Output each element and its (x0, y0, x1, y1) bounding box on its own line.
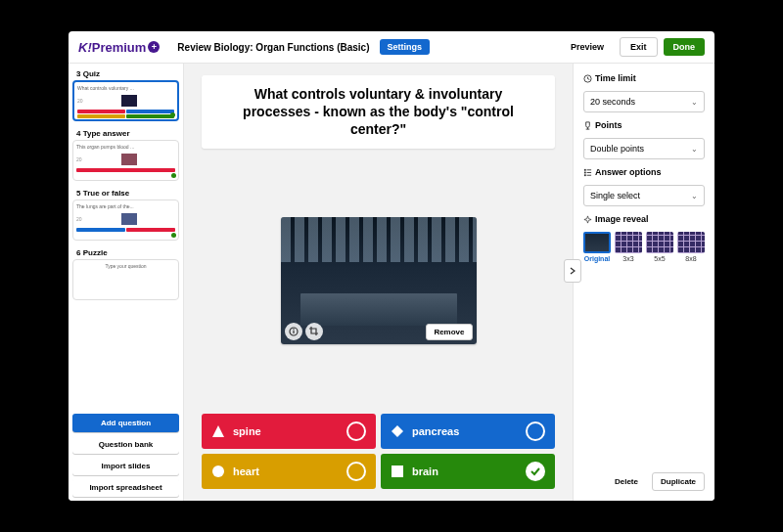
import-slides-button[interactable]: Import slides (72, 457, 179, 475)
svg-rect-9 (587, 169, 592, 170)
reveal-8x8[interactable]: 8x8 (677, 232, 705, 262)
chevron-down-icon: ⌄ (691, 145, 698, 154)
question-input[interactable]: What controls voluntary & involuntary pr… (202, 75, 555, 149)
header: K! Premium + Review Biology: Organ Funct… (69, 31, 714, 64)
logo-text: Premium (92, 40, 147, 55)
pane-footer: Delete Duplicate (583, 472, 705, 491)
sparkle-icon (583, 215, 592, 224)
answers-grid: spine pancreas heart brain (202, 414, 555, 489)
question-bank-button[interactable]: Question bank (72, 435, 179, 454)
svg-point-2 (293, 329, 294, 330)
chevron-down-icon: ⌄ (691, 192, 698, 200)
image-info-icon[interactable] (285, 323, 302, 340)
correct-toggle[interactable] (526, 462, 545, 481)
list-icon (583, 168, 592, 177)
svg-rect-11 (587, 172, 592, 173)
answer-text[interactable]: brain (412, 466, 438, 477)
answer-3[interactable]: heart (202, 454, 376, 489)
body: 3 Quiz What controls voluntary ... 20 4 … (69, 64, 714, 501)
delete-button[interactable]: Delete (607, 472, 646, 491)
status-dot-icon (171, 173, 176, 178)
points-label: Points (583, 120, 705, 130)
image-crop-icon[interactable] (305, 323, 323, 340)
logo: K! Premium + (78, 40, 160, 55)
answer-options-select[interactable]: Single select ⌄ (583, 185, 705, 206)
preview-button[interactable]: Preview (561, 38, 614, 56)
square-icon (391, 465, 404, 478)
diamond-icon (391, 424, 404, 438)
reveal-5x5[interactable]: 5x5 (646, 232, 673, 262)
svg-rect-13 (587, 174, 592, 175)
sidebar-actions: Add question Question bank Import slides… (69, 410, 183, 501)
app-window: K! Premium + Review Biology: Organ Funct… (69, 31, 714, 501)
slide-thumb[interactable]: The lungs are part of the... 20 (72, 200, 179, 241)
duplicate-button[interactable]: Duplicate (652, 472, 705, 491)
image-reveal-options: Original 3x3 5x5 8x8 (583, 232, 705, 262)
svg-rect-10 (584, 171, 586, 173)
question-image[interactable]: Remove (281, 217, 477, 344)
correct-toggle[interactable] (526, 421, 545, 441)
answer-1[interactable]: spine (202, 414, 376, 449)
quiz-title[interactable]: Review Biology: Organ Functions (Basic) (177, 42, 369, 53)
import-spreadsheet-button[interactable]: Import spreadsheet (72, 478, 179, 497)
settings-button[interactable]: Settings (380, 39, 431, 55)
time-limit-label: Time limit (583, 73, 705, 83)
svg-rect-6 (392, 466, 403, 477)
svg-rect-12 (584, 174, 586, 176)
collapse-pane-button[interactable] (564, 259, 581, 283)
svg-rect-8 (584, 168, 586, 170)
add-question-button[interactable]: Add question (72, 414, 179, 432)
status-dot-icon (171, 233, 176, 238)
triangle-icon (211, 424, 225, 438)
plus-icon: + (148, 41, 160, 53)
chevron-right-icon (570, 267, 576, 275)
trophy-icon (583, 121, 592, 130)
image-area: Remove (202, 156, 555, 406)
exit-button[interactable]: Exit (620, 37, 658, 57)
reveal-3x3[interactable]: 3x3 (615, 232, 642, 262)
slide-item-5[interactable]: 5 True or false The lungs are part of th… (72, 187, 179, 241)
answer-options-label: Answer options (583, 167, 705, 177)
image-reveal-label: Image reveal (583, 214, 705, 224)
chevron-down-icon: ⌄ (691, 98, 698, 107)
svg-marker-4 (392, 425, 403, 437)
correct-toggle[interactable] (346, 462, 366, 481)
settings-pane: Time limit 20 seconds ⌄ Points Double po… (573, 64, 714, 501)
answer-4[interactable]: brain (381, 454, 555, 489)
logo-k-icon: K! (78, 40, 92, 55)
slide-thumb[interactable]: This organ pumps blood ... 20 (72, 140, 179, 181)
status-dot-icon (170, 112, 175, 117)
main-editor: What controls voluntary & involuntary pr… (184, 64, 573, 501)
clock-icon (583, 74, 592, 83)
points-select[interactable]: Double points ⌄ (583, 138, 705, 159)
remove-image-button[interactable]: Remove (426, 324, 472, 340)
slide-item-4[interactable]: 4 Type answer This organ pumps blood ...… (72, 127, 179, 181)
slide-thumb[interactable]: What controls voluntary ... 20 (72, 80, 179, 121)
answer-text[interactable]: pancreas (412, 425, 459, 437)
answer-text[interactable]: heart (233, 466, 259, 477)
svg-point-5 (212, 466, 224, 477)
slides-list: 3 Quiz What controls voluntary ... 20 4 … (69, 64, 183, 410)
svg-marker-3 (212, 425, 224, 437)
correct-toggle[interactable] (346, 421, 366, 441)
done-button[interactable]: Done (664, 38, 706, 56)
answer-2[interactable]: pancreas (381, 414, 555, 449)
sidebar: 3 Quiz What controls voluntary ... 20 4 … (69, 64, 184, 501)
reveal-original[interactable]: Original (583, 232, 611, 262)
answer-text[interactable]: spine (233, 425, 261, 437)
circle-icon (211, 465, 225, 478)
slide-item-3[interactable]: 3 Quiz What controls voluntary ... 20 (72, 67, 179, 121)
slide-item-6[interactable]: 6 Puzzle Type your question (72, 246, 179, 300)
slide-thumb[interactable]: Type your question (72, 259, 179, 300)
time-limit-select[interactable]: 20 seconds ⌄ (583, 91, 705, 112)
svg-rect-1 (293, 331, 294, 333)
